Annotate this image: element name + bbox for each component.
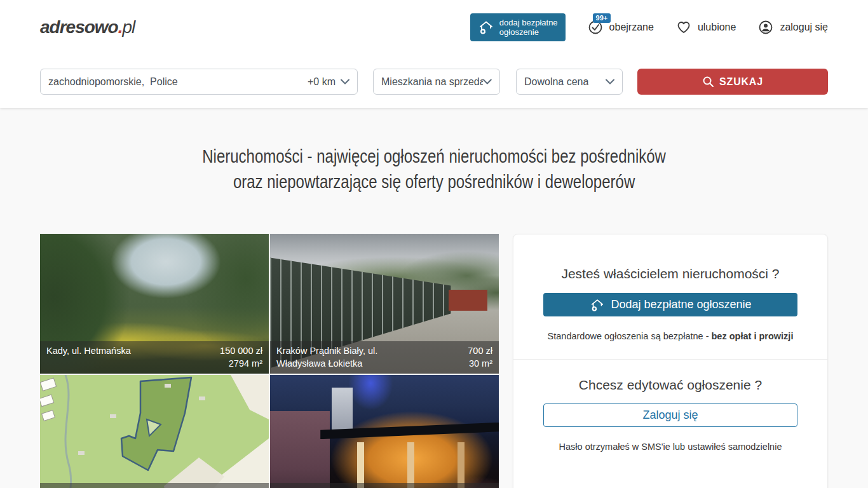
owner-note-bold: bez opłat i prowizji — [712, 331, 794, 341]
page: adresowo.pl dodaj bezpłatne — [0, 0, 868, 488]
add-listing-line1: dodaj bezpłatne — [499, 18, 558, 27]
hero: Nieruchomości - najwięcej ogłoszeń nieru… — [0, 144, 868, 194]
price-value: Dowolna cena — [524, 76, 588, 88]
listing-card[interactable]: Nowe Jastrzębka 300 000 zł — [40, 375, 269, 488]
viewed-label: obejrzane — [609, 22, 654, 33]
photo-house-wall — [270, 411, 330, 488]
photo-gazebo-post — [357, 442, 364, 488]
owner-heading: Jesteś właścicielem nieruchomości ? — [513, 266, 827, 281]
edit-heading: Chcesz edytować ogłoszenie ? — [513, 377, 827, 393]
listings-grid: Kady, ul. Hetmańska 150 000 zł 2794 m² K… — [40, 234, 499, 488]
house-plus-icon — [589, 297, 606, 313]
listing-title: Kady, ul. Hetmańska — [46, 344, 131, 370]
top-bar: adresowo.pl dodaj bezpłatne — [0, 0, 868, 55]
sidebar-add-listing-label: Dodaj bezpłatne ogłoszenie — [611, 298, 751, 311]
listing-price-area: 150 000 zł 2794 m² — [220, 344, 262, 370]
logo-main: adresowo — [40, 17, 118, 37]
heart-icon — [675, 19, 692, 36]
house-plus-icon — [478, 19, 494, 36]
chevron-down-icon — [606, 79, 614, 85]
location-input[interactable] — [48, 76, 308, 88]
photo-gazebo-post — [458, 442, 465, 488]
listing-title: Kraków Prądnik Biały, ul. Władysława Łok… — [276, 344, 426, 370]
edit-section: Chcesz edytować ogłoszenie ? Zaloguj się… — [513, 360, 827, 452]
listing-price: 150 000 zł — [220, 346, 262, 356]
owner-section: Jesteś właścicielem nieruchomości ? Doda… — [513, 234, 827, 359]
sidebar: Jesteś właścicielem nieruchomości ? Doda… — [513, 234, 828, 488]
viewed-count-badge: 99+ — [593, 13, 611, 23]
logo[interactable]: adresowo.pl — [40, 17, 135, 37]
listing-card[interactable]: Jurata, ul. ks. Hieronima 380 000 zł — [270, 375, 499, 488]
page-title-line2: oraz niepowtarzające się oferty pośredni… — [233, 171, 635, 192]
photo-gazebo-post — [407, 442, 414, 488]
map-image — [40, 375, 269, 488]
chevron-down-icon — [483, 79, 492, 85]
search-icon — [702, 76, 714, 88]
favorites-link[interactable]: ulubione — [675, 19, 736, 36]
listing-photo — [40, 375, 269, 488]
chevron-down-icon — [341, 79, 349, 85]
listing-caption: Nowe Jastrzębka 300 000 zł — [40, 483, 269, 488]
header: adresowo.pl dodaj bezpłatne — [0, 0, 868, 108]
price-select[interactable]: Dowolna cena — [516, 69, 623, 95]
user-icon — [757, 19, 774, 36]
search-bar: +0 km Mieszkania na sprzeda Dowolna cena… — [0, 69, 868, 95]
page-title-line1: Nieruchomości - najwięcej ogłoszeń nieru… — [202, 146, 666, 166]
owner-note: Standardowe ogłoszenia są bezpłatne - be… — [513, 331, 827, 341]
location-field[interactable]: +0 km — [40, 69, 358, 95]
listing-caption: Kady, ul. Hetmańska 150 000 zł 2794 m² — [40, 341, 269, 374]
listing-caption: Kraków Prądnik Biały, ul. Władysława Łok… — [270, 341, 499, 374]
login-label: zaloguj się — [780, 22, 828, 33]
add-listing-line2: ogłoszenie — [499, 27, 539, 37]
photo-chimney — [332, 388, 352, 430]
photo-red-containers — [449, 290, 487, 311]
edit-note: Hasło otrzymałeś w SMS'ie lub ustawiłeś … — [513, 442, 827, 452]
search-button-label: SZUKAJ — [719, 76, 763, 88]
listing-price: 700 zł — [468, 346, 492, 356]
sidebar-add-listing-button[interactable]: Dodaj bezpłatne ogłoszenie — [543, 293, 797, 316]
radius-select[interactable]: +0 km — [308, 76, 349, 88]
sidebar-login-label: Zaloguj się — [642, 409, 698, 422]
logo-tld: pl — [122, 17, 135, 37]
category-select[interactable]: Mieszkania na sprzeda — [373, 69, 500, 95]
listing-caption: Jurata, ul. ks. Hieronima 380 000 zł — [270, 483, 499, 488]
radius-value: +0 km — [308, 76, 336, 88]
viewed-link[interactable]: 99+ obejrzane — [587, 19, 654, 36]
favorites-label: ulubione — [698, 22, 736, 33]
listing-card[interactable]: Kraków Prądnik Biały, ul. Władysława Łok… — [270, 234, 499, 374]
add-listing-label: dodaj bezpłatne ogłoszenie — [499, 18, 558, 37]
login-link[interactable]: zaloguj się — [757, 19, 828, 36]
add-listing-button[interactable]: dodaj bezpłatne ogłoszenie — [470, 13, 566, 41]
top-actions: dodaj bezpłatne ogłoszenie 99+ obejrzane — [470, 13, 828, 41]
listing-price-area: 700 zł 30 m² — [468, 344, 492, 370]
listing-area: 30 m² — [469, 358, 492, 369]
page-title: Nieruchomości - najwięcej ogłoszeń nieru… — [202, 144, 666, 194]
listing-area: 2794 m² — [229, 358, 262, 369]
listing-card[interactable]: Kady, ul. Hetmańska 150 000 zł 2794 m² — [40, 234, 269, 374]
owner-note-regular: Standardowe ogłoszenia są bezpłatne - — [548, 331, 712, 341]
category-value: Mieszkania na sprzeda — [381, 76, 483, 88]
search-button[interactable]: SZUKAJ — [637, 69, 828, 95]
check-circle-icon: 99+ — [587, 19, 604, 36]
listing-photo — [270, 375, 499, 488]
sidebar-login-button[interactable]: Zaloguj się — [543, 403, 797, 427]
